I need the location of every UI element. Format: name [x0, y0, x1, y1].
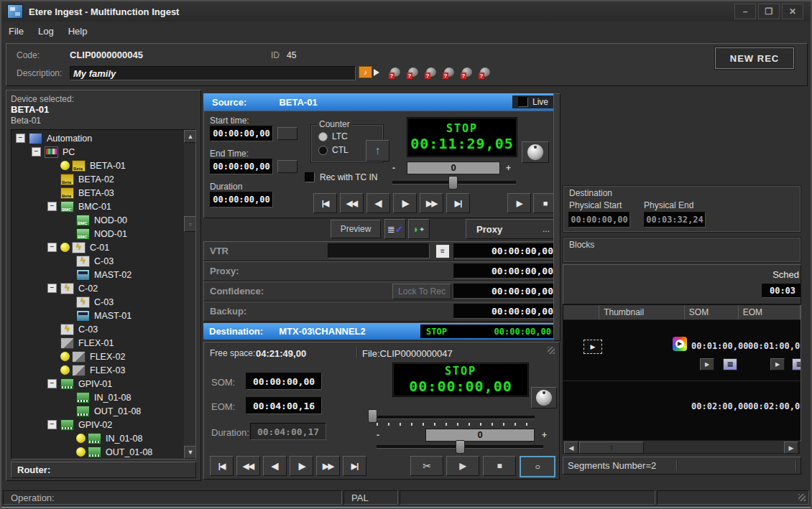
step-forward-button[interactable]: |▶ — [393, 193, 417, 213]
close-button[interactable]: ✕ — [782, 4, 803, 19]
collapse-icon[interactable]: − — [47, 243, 57, 252]
rewind-button[interactable]: ◀◀ — [340, 193, 364, 213]
clip-shuttle-minus[interactable]: - — [377, 430, 379, 440]
menu-help[interactable]: Help — [61, 23, 95, 39]
new-rec-button[interactable]: NEW REC — [715, 47, 794, 69]
proxy-more-button[interactable]: ... — [543, 224, 550, 234]
end-time-set-button[interactable] — [277, 160, 297, 173]
scroll-right-button[interactable]: ▶ — [784, 442, 798, 454]
tree-item-c-03[interactable]: C-03 — [13, 322, 181, 336]
step-forward-button[interactable]: |▶ — [290, 456, 313, 476]
tree-item-nod-01[interactable]: NOD-01 — [13, 227, 181, 241]
tree-scroll-thumb[interactable]: = — [184, 216, 196, 232]
clip-shuttle-thumb[interactable] — [456, 440, 465, 454]
ltc-radio-icon[interactable] — [318, 132, 328, 141]
scroll-up-button[interactable]: ▲ — [184, 130, 196, 143]
clip-stop-button[interactable]: ■ — [483, 456, 516, 476]
to-start-button[interactable]: |◀ — [313, 193, 337, 213]
segments-scroll-thumb[interactable]: ‖ — [579, 442, 644, 454]
menu-log[interactable]: Log — [31, 23, 61, 39]
clip-shuttle-plus[interactable]: + — [542, 430, 547, 440]
vtr-input[interactable] — [328, 243, 430, 258]
segments-scrollbar[interactable]: ◀ ‖ ▶ — [563, 440, 800, 454]
to-end-button[interactable]: ▶| — [446, 193, 470, 213]
source-play-button[interactable]: ▶ — [507, 193, 531, 213]
to-end-button[interactable]: ▶| — [343, 456, 366, 476]
column-thumbnail[interactable]: Thumbnail — [599, 305, 685, 319]
tree-item-beta-01[interactable]: BETA-01 — [13, 159, 181, 172]
column-eom[interactable]: EOM — [739, 305, 801, 319]
collapse-icon[interactable]: − — [47, 379, 57, 388]
fast-forward-button[interactable]: ▶▶ — [420, 193, 443, 213]
ctl-radio-icon[interactable] — [318, 146, 328, 155]
center-splitter[interactable] — [553, 93, 560, 341]
eom-film-edit-icon[interactable]: ▦ — [792, 358, 801, 370]
tree-scrollbar[interactable]: ▲ ▼ = — [184, 130, 195, 459]
som-film-edit-icon[interactable]: ▦ — [723, 358, 737, 370]
tree-item-flex-01[interactable]: FLEX-01 — [13, 336, 181, 350]
tree-item-gpiv-02[interactable]: −GPIV-02 — [13, 418, 181, 431]
minimize-button[interactable]: – — [734, 4, 756, 19]
tree-item-in_01-08[interactable]: IN_01-08 — [13, 431, 181, 445]
shuttle-minus[interactable]: - — [392, 163, 395, 173]
tree-item-c-02[interactable]: −C-02 — [13, 281, 181, 295]
tree-item-nod-00[interactable]: NOD-00 — [13, 213, 181, 227]
scroll-down-button[interactable]: ▼ — [184, 446, 196, 459]
clip-seek-thumb[interactable] — [368, 409, 377, 423]
eom-play-button[interactable]: ▶ — [770, 358, 785, 370]
vtr-doc-icon[interactable]: ≡ — [435, 244, 450, 258]
start-time-field[interactable]: 00:00:00,00 — [210, 126, 273, 141]
menu-file[interactable]: File — [1, 23, 31, 39]
shuttle-plus[interactable]: + — [506, 163, 511, 173]
destination-row[interactable]: Destination: MTX-03\CHANNEL2 STOP 00:00:… — [203, 323, 558, 340]
som-play-button[interactable]: ▶ — [700, 358, 714, 370]
tree-item-c-03[interactable]: C-03 — [13, 254, 181, 268]
tree-item-gpiv-01[interactable]: −GPIV-01 — [13, 377, 181, 391]
segment-clip-icon[interactable]: ▶ — [583, 340, 602, 354]
resize-grip[interactable] — [798, 494, 806, 501]
collapse-icon[interactable]: − — [47, 420, 57, 429]
segment-row[interactable]: ▶ ▶ 00:01:00,00 00:01:00,00 ▶ ▦ ▶ ▦ — [563, 321, 801, 381]
collapse-icon[interactable]: − — [32, 147, 41, 157]
clip-play-button[interactable]: ▶ — [446, 456, 479, 476]
tree-item-mast-01[interactable]: MAST-01 — [13, 309, 181, 322]
record-button[interactable]: ○ — [520, 456, 555, 477]
clip-jog-button[interactable] — [531, 387, 557, 408]
column-blank[interactable] — [563, 305, 599, 319]
tree-item-pc[interactable]: −PC — [13, 145, 181, 159]
tree-item-mast-02[interactable]: MAST-02 — [13, 268, 181, 281]
collapse-icon[interactable]: − — [47, 284, 57, 293]
rec-with-tcin-checkbox[interactable] — [305, 172, 315, 182]
description-input[interactable]: My family — [70, 66, 356, 80]
split-button[interactable]: ✂ — [410, 456, 443, 476]
proxy-selector[interactable]: Proxy ... — [466, 219, 559, 239]
column-som[interactable]: SOM — [685, 305, 739, 319]
radio-ctl[interactable]: CTL — [318, 145, 349, 155]
duration-field[interactable]: 00:00:00,00 — [210, 192, 273, 207]
source-header[interactable]: Source: BETA-01 Live — [203, 93, 558, 111]
tree-item-flex-02[interactable]: FLEX-02 — [13, 350, 181, 363]
tree-item-automation[interactable]: −Automation — [13, 131, 181, 145]
start-time-set-button[interactable] — [277, 127, 297, 140]
to-start-button[interactable]: |◀ — [210, 456, 234, 476]
media-player-icon[interactable]: ▶ — [673, 337, 687, 351]
end-time-field[interactable]: 00:00:00,00 — [210, 159, 273, 174]
maximize-button[interactable]: ❐ — [758, 4, 780, 19]
live-checkbox[interactable] — [518, 97, 528, 107]
step-back-button[interactable]: ◀| — [366, 193, 390, 213]
live-toggle[interactable]: Live — [512, 95, 554, 108]
collapse-icon[interactable]: − — [47, 202, 57, 211]
scroll-left-button[interactable]: ◀ — [564, 442, 578, 454]
eom-field[interactable]: 00:04:00,16 — [246, 397, 322, 414]
tree-item-flex-03[interactable]: FLEX-03 — [13, 363, 181, 377]
rewind-button[interactable]: ◀◀ — [236, 456, 260, 476]
fast-forward-button[interactable]: ▶▶ — [316, 456, 340, 476]
collapse-icon[interactable]: − — [16, 134, 25, 143]
tree-item-beta-03[interactable]: BETA-03 — [13, 186, 181, 200]
media-tool-button[interactable]: ◗✦ — [408, 219, 430, 239]
tree-item-bmc-01[interactable]: −BMC-01 — [13, 200, 181, 213]
tree-item-out_01-08[interactable]: OUT_01-08 — [13, 404, 181, 418]
preview-button[interactable]: Preview — [331, 220, 381, 238]
som-field[interactable]: 00:00:00,00 — [246, 373, 322, 390]
clip-seek-track[interactable] — [368, 416, 535, 419]
